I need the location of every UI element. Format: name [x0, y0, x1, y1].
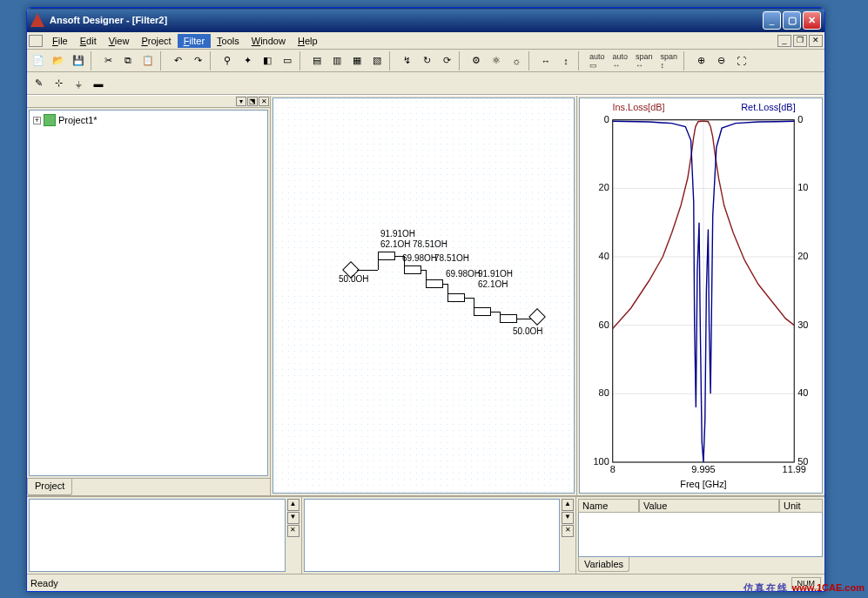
- plot-pane: 0204060801000102030405089.99511.99Ins.Lo…: [576, 96, 824, 495]
- message-area[interactable]: [29, 499, 286, 572]
- dock-close[interactable]: ✕: [259, 97, 269, 106]
- expand-icon[interactable]: +: [33, 117, 41, 124]
- project-tab[interactable]: Project: [27, 479, 72, 495]
- menu-project[interactable]: Project: [135, 34, 177, 48]
- copy-button[interactable]: ⧉: [118, 51, 138, 71]
- titlebar[interactable]: Ansoft Designer - [Filter2] _ ▢ ✕: [27, 8, 824, 32]
- component-2[interactable]: [426, 279, 443, 288]
- menu-tools[interactable]: Tools: [211, 34, 246, 48]
- paste-button[interactable]: 📋: [138, 51, 158, 71]
- tool-a4[interactable]: ▭: [278, 51, 297, 71]
- mdi-restore[interactable]: ❐: [793, 35, 807, 47]
- toolbar-secondary: ✎ ⊹ ⏚ ▬: [27, 72, 824, 95]
- tool-d3[interactable]: ☼: [507, 51, 526, 71]
- msg2-down[interactable]: ▼: [562, 512, 574, 524]
- dock-pin[interactable]: ⬔: [247, 97, 258, 106]
- svg-text:Freq [GHz]: Freq [GHz]: [680, 479, 726, 489]
- menu-file[interactable]: File: [46, 34, 74, 48]
- open-button[interactable]: 📂: [49, 51, 68, 71]
- project-icon: [44, 114, 56, 126]
- tool-e2[interactable]: ↕: [556, 51, 575, 71]
- menu-filter[interactable]: Filter: [178, 34, 211, 48]
- zoom-fit-button[interactable]: ⛶: [731, 51, 750, 71]
- mdi-close[interactable]: ✕: [809, 35, 823, 47]
- project-tree[interactable]: + Project1*: [29, 110, 268, 476]
- tool-c2[interactable]: ↻: [417, 51, 436, 71]
- component-label-8: 62.1OH: [478, 279, 508, 289]
- tool-b3[interactable]: ▦: [347, 51, 367, 71]
- tool-a1[interactable]: ⚲: [218, 51, 237, 71]
- message-pane-2: ▲ ▼ ✕: [302, 497, 577, 574]
- span-btn2[interactable]: span↕: [657, 51, 682, 71]
- variables-pane: Name Value Unit Variables: [576, 497, 824, 574]
- tool-b2[interactable]: ▥: [327, 51, 347, 71]
- tool-c1[interactable]: ↯: [397, 51, 416, 71]
- msg-up[interactable]: ▲: [287, 499, 299, 511]
- maximize-button[interactable]: ▢: [783, 11, 801, 30]
- ground-button[interactable]: ⏚: [69, 74, 88, 93]
- menu-help[interactable]: Help: [292, 34, 324, 48]
- tool-a3[interactable]: ◧: [258, 51, 277, 71]
- zoom-out-button[interactable]: ⊖: [711, 51, 730, 71]
- probe-button[interactable]: ✎: [29, 74, 48, 93]
- component-3[interactable]: [447, 293, 465, 302]
- message-area-2[interactable]: [304, 499, 561, 572]
- svg-text:0: 0: [604, 114, 609, 124]
- col-name[interactable]: Name: [578, 499, 639, 513]
- menu-window[interactable]: Window: [246, 34, 292, 48]
- tool-d1[interactable]: ⚙: [467, 51, 486, 71]
- span-btn1[interactable]: span↔: [632, 51, 656, 71]
- tool-e1[interactable]: ↔: [536, 51, 555, 71]
- msg-x[interactable]: ✕: [287, 525, 299, 537]
- auto-btn1[interactable]: auto▭: [586, 51, 609, 71]
- msg2-up[interactable]: ▲: [562, 499, 574, 511]
- var-header: Name Value Unit: [578, 499, 823, 513]
- tool-a2[interactable]: ✦: [238, 51, 257, 71]
- close-button[interactable]: ✕: [803, 11, 821, 30]
- svg-text:60: 60: [599, 319, 609, 330]
- center-pane: 91.91OH62.1OH78.51OH50.0OH69.98OH78.51OH…: [271, 96, 576, 495]
- component-0[interactable]: [378, 252, 395, 260]
- dock-dropdown[interactable]: ▾: [236, 97, 246, 106]
- net-button[interactable]: ⊹: [49, 74, 68, 93]
- chart[interactable]: 0204060801000102030405089.99511.99Ins.Lo…: [579, 97, 823, 494]
- save-button[interactable]: 💾: [69, 51, 88, 71]
- undo-button[interactable]: ↶: [168, 51, 187, 71]
- statusbar: Ready NUM: [27, 574, 824, 591]
- col-unit[interactable]: Unit: [779, 499, 823, 513]
- message-pane: ▲ ▼ ✕: [27, 497, 302, 574]
- schematic-canvas[interactable]: 91.91OH62.1OH78.51OH50.0OH69.98OH78.51OH…: [273, 97, 575, 494]
- svg-text:11.99: 11.99: [783, 464, 806, 474]
- port-1[interactable]: [531, 311, 543, 323]
- component-4[interactable]: [474, 307, 491, 316]
- variables-tab[interactable]: Variables: [578, 557, 629, 572]
- msg-down[interactable]: ▼: [287, 512, 299, 524]
- zoom-in-button[interactable]: ⊕: [691, 51, 710, 71]
- bottom-row: ▲ ▼ ✕ ▲ ▼ ✕ Name Value Unit Variables: [27, 495, 824, 574]
- menu-edit[interactable]: Edit: [74, 34, 103, 48]
- tool-d2[interactable]: ⚛: [487, 51, 506, 71]
- component-5[interactable]: [500, 314, 517, 323]
- tool-b1[interactable]: ▤: [307, 51, 326, 71]
- component-1[interactable]: [404, 265, 421, 274]
- mdi-minimize[interactable]: _: [777, 35, 791, 47]
- cut-button[interactable]: ✂: [98, 51, 118, 71]
- svg-text:40: 40: [797, 387, 808, 398]
- app-icon: [30, 13, 44, 27]
- auto-btn2[interactable]: auto↔: [609, 51, 632, 71]
- msg2-x[interactable]: ✕: [562, 525, 574, 537]
- svg-text:100: 100: [594, 456, 609, 467]
- dock-header: ▾ ⬔ ✕: [27, 96, 270, 108]
- tool-c3[interactable]: ⟳: [437, 51, 456, 71]
- tool-b4[interactable]: ▧: [367, 51, 387, 71]
- part-button[interactable]: ▬: [89, 74, 108, 93]
- component-label-1: 62.1OH: [380, 239, 410, 249]
- component-label-7: 91.91OH: [478, 269, 513, 279]
- tree-root[interactable]: + Project1*: [33, 114, 264, 126]
- menu-view[interactable]: View: [103, 34, 136, 48]
- redo-button[interactable]: ↷: [188, 51, 207, 71]
- col-value[interactable]: Value: [639, 499, 779, 513]
- minimize-button[interactable]: _: [763, 11, 781, 30]
- new-button[interactable]: 📄: [29, 51, 48, 71]
- var-body[interactable]: [578, 513, 823, 557]
